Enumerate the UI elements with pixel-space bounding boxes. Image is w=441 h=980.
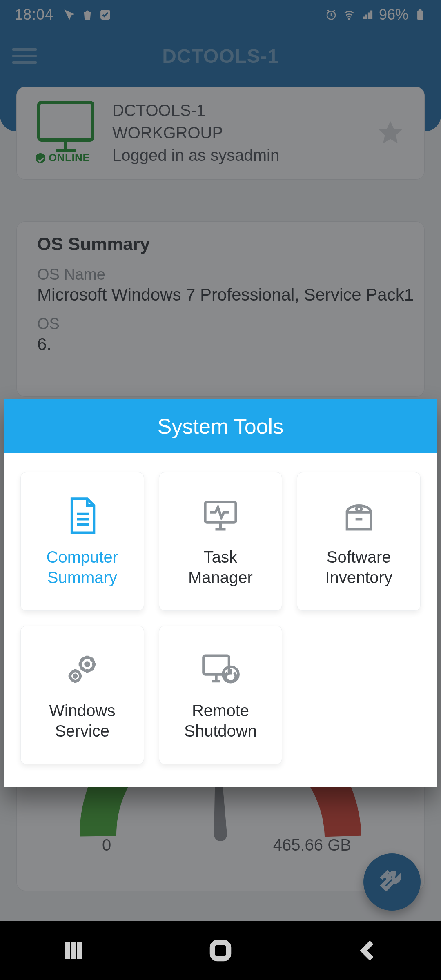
gears-icon [60, 649, 105, 690]
home-button[interactable] [208, 938, 233, 963]
svg-rect-7 [347, 512, 370, 530]
dialog-title: System Tools [4, 399, 437, 453]
svg-point-6 [356, 506, 361, 512]
tool-label: RemoteShutdown [184, 700, 257, 741]
tool-windows-service[interactable]: WindowsService [20, 626, 144, 764]
disc-box-icon [336, 495, 381, 536]
monitor-pulse-icon [198, 495, 243, 536]
tool-software-inventory[interactable]: SoftwareInventory [297, 472, 421, 611]
svg-point-11 [74, 675, 77, 677]
svg-point-9 [86, 662, 89, 666]
android-nav-bar [0, 921, 441, 980]
back-button[interactable] [355, 938, 380, 963]
monitor-power-icon [198, 649, 243, 690]
svg-rect-12 [203, 656, 229, 675]
document-icon [60, 495, 105, 536]
tool-computer-summary[interactable]: ComputerSummary [20, 472, 144, 611]
tool-label: WindowsService [49, 700, 115, 741]
tool-task-manager[interactable]: TaskManager [159, 472, 283, 611]
tool-label: ComputerSummary [47, 547, 118, 588]
system-tools-dialog: System Tools ComputerSummary TaskManager… [4, 399, 437, 787]
tool-label: TaskManager [188, 547, 253, 588]
recents-button[interactable] [61, 938, 86, 963]
tool-remote-shutdown[interactable]: RemoteShutdown [159, 626, 283, 764]
tool-label: SoftwareInventory [325, 547, 392, 588]
svg-rect-14 [212, 942, 229, 959]
